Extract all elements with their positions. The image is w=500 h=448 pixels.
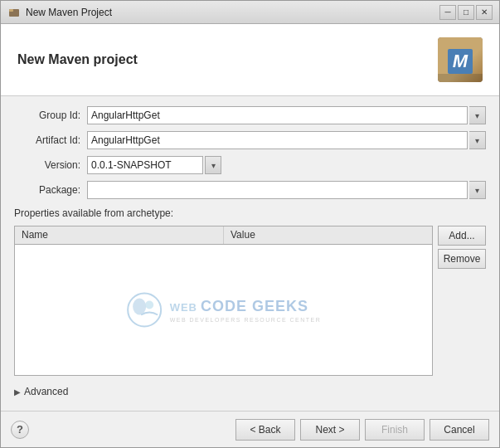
name-column-header: Name <box>15 226 224 244</box>
window-title: New Maven Project <box>26 7 439 18</box>
version-dropdown[interactable]: ▾ <box>205 156 221 174</box>
group-id-row: Group Id: ▾ <box>14 106 486 124</box>
watermark-icon <box>126 291 163 329</box>
watermark: WEB CODE GEEKS WEB DEVELOPERS RESOURCE C… <box>126 291 322 329</box>
logo-letter: M <box>453 51 468 71</box>
version-row: Version: ▾ <box>14 156 486 174</box>
advanced-row[interactable]: ▶ Advanced <box>14 382 486 401</box>
package-label: Package: <box>14 184 80 196</box>
finish-button[interactable]: Finish <box>365 419 425 441</box>
maven-logo: M <box>438 37 483 82</box>
help-button[interactable]: ? <box>11 421 29 439</box>
footer-right: < Back Next > Finish Cancel <box>235 419 489 441</box>
properties-area: Name Value <box>14 226 486 376</box>
version-input[interactable] <box>87 156 203 174</box>
content-area: Group Id: ▾ Artifact Id: ▾ Version: ▾ Pa… <box>1 96 499 411</box>
value-column-header: Value <box>224 226 432 244</box>
maximize-button[interactable]: □ <box>458 5 474 20</box>
watermark-code: CODE GEEKS <box>201 298 308 315</box>
watermark-sub: WEB DEVELOPERS RESOURCE CENTER <box>170 317 322 323</box>
cancel-button[interactable]: Cancel <box>430 419 489 441</box>
next-button[interactable]: Next > <box>300 419 360 441</box>
svg-point-2 <box>128 293 161 326</box>
main-window: New Maven Project ─ □ ✕ New Maven projec… <box>0 0 500 448</box>
package-dropdown[interactable]: ▾ <box>469 181 486 199</box>
add-button[interactable]: Add... <box>438 226 486 246</box>
svg-rect-1 <box>9 9 13 12</box>
advanced-triangle-icon: ▶ <box>14 387 21 397</box>
properties-table-container: Name Value <box>14 226 433 376</box>
watermark-logo: WEB CODE GEEKS WEB DEVELOPERS RESOURCE C… <box>126 291 322 329</box>
group-id-dropdown[interactable]: ▾ <box>469 106 486 124</box>
svg-point-4 <box>145 300 153 309</box>
page-title: New Maven project <box>17 52 138 67</box>
table-body: WEB CODE GEEKS WEB DEVELOPERS RESOURCE C… <box>15 245 432 375</box>
artifact-id-dropdown[interactable]: ▾ <box>469 131 486 149</box>
watermark-text: WEB CODE GEEKS WEB DEVELOPERS RESOURCE C… <box>170 298 322 323</box>
close-button[interactable]: ✕ <box>476 5 493 20</box>
group-id-input-wrap: ▾ <box>87 106 486 124</box>
back-button[interactable]: < Back <box>235 419 295 441</box>
footer: ? < Back Next > Finish Cancel <box>1 411 499 447</box>
header-section: New Maven project M <box>1 24 499 96</box>
watermark-web: WEB <box>170 301 197 314</box>
group-id-label: Group Id: <box>14 110 80 121</box>
version-label: Version: <box>14 159 80 171</box>
artifact-id-input[interactable] <box>87 131 468 149</box>
svg-point-3 <box>133 298 146 314</box>
package-input-wrap: ▾ <box>87 181 486 199</box>
advanced-label[interactable]: Advanced <box>24 386 68 397</box>
footer-left: ? <box>11 421 29 439</box>
remove-button[interactable]: Remove <box>438 249 486 269</box>
artifact-id-label: Artifact Id: <box>14 134 80 146</box>
window-controls: ─ □ ✕ <box>439 5 493 20</box>
minimize-button[interactable]: ─ <box>439 5 456 20</box>
title-bar: New Maven Project ─ □ ✕ <box>1 1 499 24</box>
side-buttons: Add... Remove <box>438 226 486 376</box>
artifact-id-input-wrap: ▾ <box>87 131 486 149</box>
properties-label: Properties available from archetype: <box>14 207 486 219</box>
window-icon <box>7 6 21 19</box>
package-input[interactable] <box>87 181 468 199</box>
table-header: Name Value <box>15 226 432 245</box>
package-row: Package: ▾ <box>14 181 486 199</box>
artifact-id-row: Artifact Id: ▾ <box>14 131 486 149</box>
group-id-input[interactable] <box>87 106 468 124</box>
properties-table: Name Value <box>14 226 433 376</box>
